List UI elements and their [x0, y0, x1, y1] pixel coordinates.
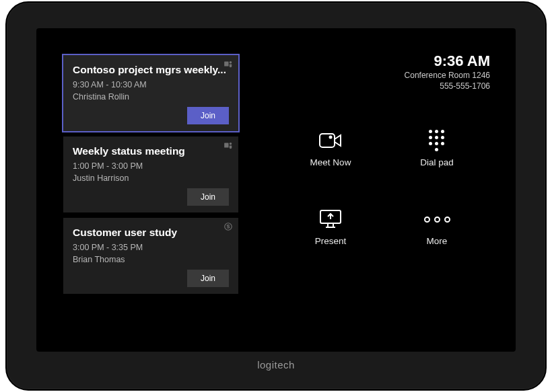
- meeting-organizer: Christina Rollin: [73, 91, 229, 104]
- more-icon: [423, 208, 450, 231]
- svg-rect-5: [320, 134, 335, 147]
- svg-point-6: [329, 136, 333, 139]
- meeting-organizer: Brian Thomas: [73, 254, 229, 266]
- room-phone: 555-555-1706: [405, 81, 490, 91]
- meet-now-button[interactable]: Meet Now: [287, 129, 374, 167]
- action-label: More: [427, 236, 448, 246]
- meeting-card[interactable]: Contoso project mgrs weekly... 9:30 AM -…: [63, 55, 238, 131]
- svg-point-1: [230, 61, 232, 64]
- more-button[interactable]: More: [393, 208, 481, 246]
- dialpad-icon: [423, 129, 450, 152]
- teams-badge-icon: [223, 141, 233, 150]
- right-panel: 9:36 AM Conference Room 1246 555-555-170…: [238, 28, 516, 352]
- skype-badge-icon: [223, 222, 233, 231]
- svg-rect-2: [224, 143, 228, 148]
- action-label: Meet Now: [310, 157, 351, 167]
- teams-badge-icon: [223, 59, 233, 69]
- present-icon: [317, 208, 344, 231]
- action-grid: Meet Now Dial pad: [287, 129, 481, 246]
- svg-point-3: [230, 143, 232, 145]
- clock-time: 9:36 AM: [405, 52, 490, 70]
- camera-icon: [317, 129, 344, 152]
- meeting-card[interactable]: Weekly status meeting 1:00 PM - 3:00 PM …: [63, 136, 238, 212]
- action-label: Dial pad: [420, 157, 454, 167]
- screen: Contoso project mgrs weekly... 9:30 AM -…: [36, 28, 516, 352]
- action-label: Present: [315, 236, 347, 246]
- brand-logo: logitech: [36, 352, 516, 370]
- meeting-organizer: Justin Harrison: [73, 173, 229, 185]
- device-bezel: Contoso project mgrs weekly... 9:30 AM -…: [5, 1, 547, 391]
- join-button[interactable]: Join: [187, 270, 229, 287]
- meeting-card[interactable]: Customer user study 3:00 PM - 3:35 PM Br…: [63, 218, 238, 294]
- meeting-time: 9:30 AM - 10:30 AM: [73, 79, 229, 91]
- dial-pad-button[interactable]: Dial pad: [393, 129, 481, 167]
- meeting-list: Contoso project mgrs weekly... 9:30 AM -…: [36, 28, 238, 352]
- svg-rect-0: [224, 62, 228, 67]
- meeting-title: Customer user study: [73, 226, 229, 239]
- join-button[interactable]: Join: [187, 188, 229, 206]
- clock-block: 9:36 AM Conference Room 1246 555-555-170…: [405, 52, 490, 91]
- meeting-title: Weekly status meeting: [73, 145, 229, 158]
- meeting-time: 3:00 PM - 3:35 PM: [73, 242, 229, 254]
- present-button[interactable]: Present: [287, 208, 374, 246]
- meeting-title: Contoso project mgrs weekly...: [73, 63, 229, 77]
- meeting-time: 1:00 PM - 3:00 PM: [73, 161, 229, 173]
- join-button[interactable]: Join: [187, 107, 229, 124]
- room-name: Conference Room 1246: [405, 70, 490, 81]
